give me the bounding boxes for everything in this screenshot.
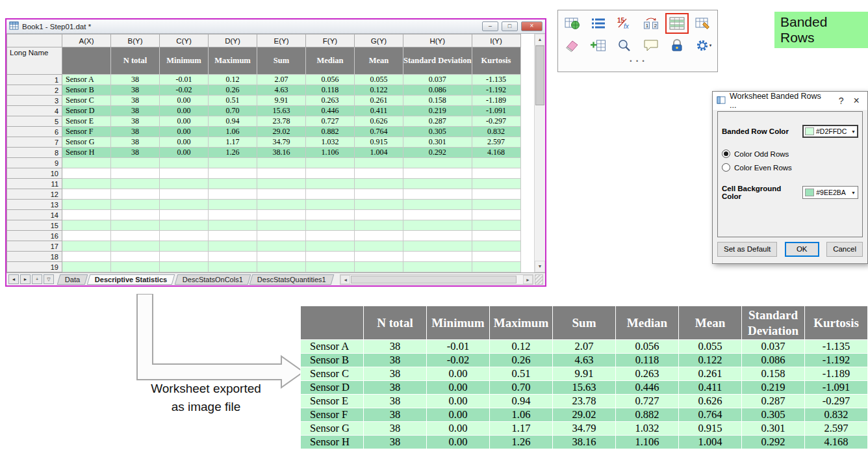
- restore-button[interactable]: □: [502, 21, 518, 31]
- ws-cell[interactable]: 38: [111, 148, 160, 158]
- ws-cell[interactable]: 2.07: [257, 75, 306, 85]
- ws-column-header[interactable]: D(Y): [209, 34, 257, 47]
- ws-cell[interactable]: [209, 168, 257, 179]
- ws-row-header[interactable]: 7: [7, 137, 62, 148]
- ws-cell[interactable]: [355, 179, 403, 189]
- ws-cell[interactable]: Sensor B: [62, 85, 111, 96]
- ws-cell[interactable]: 1.06: [209, 127, 257, 137]
- comment-icon[interactable]: [641, 36, 661, 55]
- ws-cell[interactable]: [472, 210, 520, 220]
- column-properties-icon[interactable]: [562, 14, 583, 33]
- ws-cell[interactable]: 0.26: [209, 85, 257, 96]
- ws-cell[interactable]: [111, 220, 160, 231]
- settings-icon[interactable]: ▾: [693, 36, 713, 55]
- ws-cell[interactable]: [403, 168, 472, 179]
- ws-column-header[interactable]: E(Y): [257, 34, 306, 47]
- ws-row-header[interactable]: 14: [7, 210, 62, 220]
- sheet-tab-data[interactable]: Data: [57, 274, 88, 285]
- ws-cell[interactable]: 0.411: [355, 106, 403, 116]
- cell-background-color-dropdown[interactable]: #9EE2BA ▼: [802, 186, 858, 199]
- ws-cell[interactable]: [472, 200, 520, 210]
- ws-stat-header-cell[interactable]: Standard Deviation: [403, 47, 472, 75]
- sheet-tab-descriptive-statistics[interactable]: Descriptive Statistics: [87, 274, 175, 285]
- ws-cell[interactable]: [111, 189, 160, 200]
- banded-rows-icon[interactable]: [667, 14, 687, 33]
- ws-cell[interactable]: 38: [111, 106, 160, 116]
- ws-cell[interactable]: 1.004: [355, 148, 403, 158]
- ws-cell[interactable]: 38: [111, 85, 160, 96]
- dialog-close-button[interactable]: ×: [850, 95, 862, 107]
- ws-cell[interactable]: [403, 158, 472, 168]
- ws-cell[interactable]: 23.78: [257, 116, 306, 127]
- ws-cell[interactable]: [160, 262, 209, 272]
- settings-dropdown-arrow-icon[interactable]: ▾: [709, 43, 712, 48]
- ws-row-header[interactable]: 12: [7, 189, 62, 200]
- ws-cell[interactable]: 4.168: [472, 148, 520, 158]
- ws-cell[interactable]: [160, 241, 209, 252]
- ws-cell[interactable]: [111, 262, 160, 272]
- dropdown-arrow-icon[interactable]: ▼: [851, 190, 856, 195]
- ws-stat-header-cell[interactable]: Median: [306, 47, 355, 75]
- ws-cell[interactable]: [209, 252, 257, 262]
- ws-cell[interactable]: [306, 200, 355, 210]
- ws-cell[interactable]: [209, 179, 257, 189]
- set-column-values-icon[interactable]: 15fx: [614, 14, 635, 33]
- ws-cell[interactable]: 0.086: [403, 85, 472, 96]
- ws-cell[interactable]: [257, 252, 306, 262]
- ws-cell[interactable]: -1.189: [472, 96, 520, 106]
- ws-cell[interactable]: [355, 231, 403, 241]
- ws-cell[interactable]: 1.17: [209, 137, 257, 148]
- ws-cell[interactable]: 34.79: [257, 137, 306, 148]
- ws-cell[interactable]: [472, 179, 520, 189]
- ws-cell[interactable]: Sensor F: [62, 127, 111, 137]
- ok-button[interactable]: OK: [785, 242, 819, 257]
- ws-cell[interactable]: Sensor D: [62, 106, 111, 116]
- ws-cell[interactable]: [209, 231, 257, 241]
- ws-cell[interactable]: [355, 200, 403, 210]
- ws-row-header[interactable]: 11: [7, 179, 62, 189]
- ws-cell[interactable]: [472, 241, 520, 252]
- ws-cell[interactable]: -0.297: [472, 116, 520, 127]
- ws-cell[interactable]: 0.118: [306, 85, 355, 96]
- horizontal-scroll-thumb[interactable]: [351, 276, 517, 283]
- ws-row-header[interactable]: 16: [7, 231, 62, 241]
- ws-cell[interactable]: [472, 252, 520, 262]
- vertical-scrollbar[interactable]: ▲ ▼: [534, 34, 545, 272]
- ws-cell[interactable]: Sensor E: [62, 116, 111, 127]
- ws-cell[interactable]: [257, 179, 306, 189]
- ws-cell[interactable]: [355, 168, 403, 179]
- ws-cell[interactable]: 0.261: [355, 96, 403, 106]
- ws-row-header[interactable]: 5: [7, 116, 62, 127]
- vertical-scroll-track[interactable]: [535, 46, 545, 261]
- ws-cell[interactable]: 0.51: [209, 96, 257, 106]
- ws-cell[interactable]: [111, 158, 160, 168]
- ws-cell[interactable]: 29.02: [257, 127, 306, 137]
- ws-cell[interactable]: 0.301: [403, 137, 472, 148]
- eraser-icon[interactable]: [562, 36, 583, 55]
- ws-cell[interactable]: 38: [111, 116, 160, 127]
- ws-cell[interactable]: [472, 220, 520, 231]
- ws-cell[interactable]: 0.446: [306, 106, 355, 116]
- swap-columns-icon[interactable]: 12: [641, 14, 661, 33]
- ws-cell[interactable]: [355, 210, 403, 220]
- ws-cell[interactable]: [472, 158, 520, 168]
- ws-cell[interactable]: [355, 189, 403, 200]
- ws-cell[interactable]: [160, 231, 209, 241]
- ws-cell[interactable]: -1.091: [472, 106, 520, 116]
- ws-cell[interactable]: [306, 179, 355, 189]
- ws-row-header[interactable]: 1: [7, 75, 62, 85]
- ws-cell[interactable]: [403, 210, 472, 220]
- ws-cell[interactable]: [62, 220, 111, 231]
- ws-cell[interactable]: 0.00: [160, 148, 209, 158]
- ws-cell[interactable]: 0.305: [403, 127, 472, 137]
- ws-stat-header-cell[interactable]: [62, 47, 111, 75]
- ws-cell[interactable]: 38: [111, 127, 160, 137]
- ws-cell[interactable]: [209, 210, 257, 220]
- ws-cell[interactable]: [160, 220, 209, 231]
- ws-cell[interactable]: [160, 210, 209, 220]
- ws-cell[interactable]: [472, 262, 520, 272]
- ws-cell[interactable]: [257, 200, 306, 210]
- ws-cell[interactable]: [403, 189, 472, 200]
- ws-cell[interactable]: Sensor A: [62, 75, 111, 85]
- ws-cell[interactable]: [62, 179, 111, 189]
